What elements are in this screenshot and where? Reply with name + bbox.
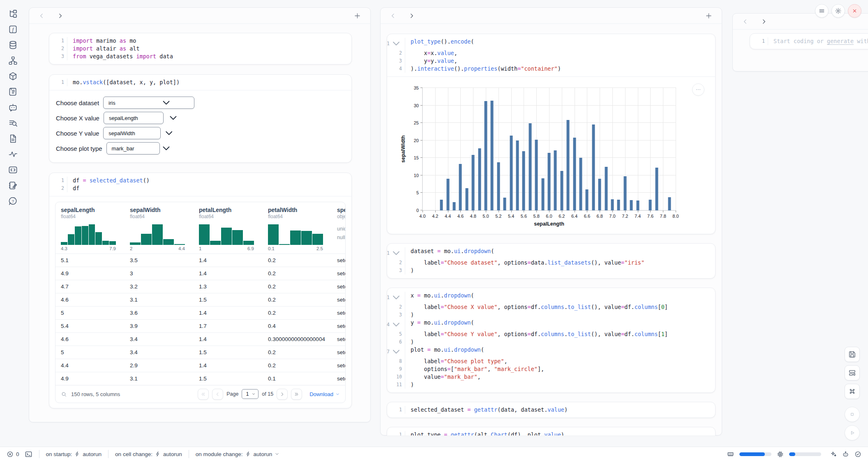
prev-page-button[interactable]	[212, 389, 223, 400]
run-all-button[interactable]	[845, 425, 860, 440]
next-page-button[interactable]	[277, 389, 288, 400]
document-sidebar-item[interactable]	[8, 134, 18, 143]
ai-sparkles-button[interactable]	[830, 451, 837, 458]
dependency-graph-sidebar-item[interactable]	[8, 56, 18, 65]
snippets-sidebar-item[interactable]	[8, 165, 18, 175]
code-editor[interactable]: 1plot_type = getattr(alt.Chart(df), plot…	[387, 427, 715, 436]
chat-sidebar-item[interactable]	[8, 103, 18, 112]
run-config-3[interactable]: on module change:autorun	[196, 451, 280, 457]
column-collapse-left-button[interactable]	[742, 18, 749, 25]
stop-button[interactable]	[845, 407, 860, 422]
generate-link[interactable]: generate	[827, 38, 854, 44]
choose-dataset-select[interactable]: iris	[103, 97, 194, 109]
histogram-bar	[232, 230, 243, 245]
histogram-bar	[82, 226, 88, 245]
connection-status-button[interactable]	[854, 451, 861, 458]
error-count-badge[interactable]: 0	[7, 451, 19, 458]
code-line: import altair as alt	[73, 45, 140, 53]
help-icon: ?	[8, 196, 18, 206]
table-cell: 4.9	[55, 376, 125, 382]
chart-actions-button[interactable]	[692, 83, 704, 96]
histogram-bar	[268, 224, 279, 245]
scratchpad-sidebar-item[interactable]	[8, 118, 18, 128]
line-number: 5	[390, 330, 405, 338]
function-sidebar-item[interactable]: f	[8, 25, 18, 34]
chart-bar	[598, 179, 601, 210]
help-sidebar-item[interactable]: ?	[8, 196, 18, 206]
code-line: df	[73, 184, 79, 192]
table-cell: 5	[55, 349, 125, 355]
y-tick-label: 15	[414, 155, 419, 160]
code-editor[interactable]: 1selected_dataset = getattr(data, datase…	[387, 402, 715, 417]
tick-x	[600, 210, 600, 212]
code-editor[interactable]: 1dataset = mo.ui.dropdown(2 label="Choos…	[387, 244, 715, 278]
tick-x	[499, 210, 499, 212]
tracing-sidebar-item[interactable]	[8, 150, 18, 159]
chart-bar	[516, 141, 519, 210]
chart-bar	[485, 101, 487, 210]
code-editor[interactable]: 1import marimo as mo2import altair as al…	[49, 33, 351, 64]
line-number: 8	[390, 357, 405, 365]
histogram-bar	[290, 230, 301, 245]
assistant-robot-button[interactable]	[842, 451, 849, 458]
add-cell-button[interactable]	[353, 12, 361, 20]
range-max: 6.9	[247, 246, 254, 251]
database-sidebar-item[interactable]	[8, 40, 18, 50]
dots-icon	[695, 86, 702, 93]
run-config-1[interactable]: on startup:autorun	[46, 451, 102, 457]
table-cell: 0.1	[263, 376, 332, 382]
code-editor[interactable]: 1plot_type().encode(2 x=x.value,3 y=y.va…	[387, 34, 715, 76]
code-editor[interactable]: 1df = selected_dataset()2df	[49, 173, 351, 196]
column-collapse-right-button[interactable]	[57, 12, 64, 19]
line-number: 2	[390, 303, 405, 311]
code-editor[interactable]: 1mo.vstack([dataset, x, y, plot])	[49, 75, 351, 90]
range-max: 4.4	[178, 246, 185, 251]
table-cell: 0.2	[263, 349, 332, 355]
table-cell: 3.9	[125, 323, 194, 329]
choose-x-value-select[interactable]: sepalLength	[104, 112, 164, 124]
command-palette-button[interactable]	[845, 384, 860, 399]
settings-button[interactable]	[831, 4, 845, 18]
select-value: sepalWidth	[108, 130, 135, 136]
download-link[interactable]: Download	[309, 391, 340, 397]
save-button[interactable]	[845, 347, 860, 362]
run-config-2[interactable]: on cell change:autorun	[115, 451, 182, 457]
run-config-items: on startup:autorunon cell change:autorun…	[46, 450, 280, 458]
search-icon-wrap[interactable]	[61, 391, 67, 397]
bolt-icon	[245, 451, 251, 457]
x-tick-label: 4.0	[419, 214, 425, 219]
page-select[interactable]: 1	[242, 389, 259, 399]
table-cell: 1.7	[194, 323, 263, 329]
chart-bar	[649, 200, 652, 210]
last-page-button[interactable]	[291, 389, 302, 400]
table-row: 5.13.51.40.2setosa	[55, 254, 345, 267]
chart-bar	[554, 150, 557, 210]
code-editor[interactable]: 1x = mo.ui.dropdown(2 label="Choose X va…	[387, 288, 715, 392]
table-cell: 5	[55, 310, 125, 316]
x-tick-label: 6.0	[546, 214, 552, 219]
plot-cell-cell: 1plot_type().encode(2 x=x.value,3 y=y.va…	[387, 34, 716, 234]
shutdown-button[interactable]	[848, 4, 861, 18]
chart-plot-area: 051015202530354.04.24.44.64.85.05.25.45.…	[422, 88, 676, 211]
notebook-sidebar-item[interactable]	[8, 181, 18, 190]
column-collapse-right-button[interactable]	[408, 12, 415, 19]
x-tick-label: 6.8	[597, 214, 603, 219]
package-sidebar-item[interactable]	[8, 71, 18, 81]
first-page-button[interactable]	[198, 389, 209, 400]
add-cell-button[interactable]	[705, 12, 713, 20]
table-cell: 5.4	[55, 323, 125, 329]
file-tree-sidebar-item[interactable]	[8, 9, 18, 18]
code-editor[interactable]: 1 Start coding or generate with	[750, 34, 868, 49]
terminal-button[interactable]	[25, 450, 32, 458]
app-view-button[interactable]	[845, 365, 860, 380]
layout-icon	[848, 369, 856, 377]
menu-button[interactable]	[815, 4, 829, 18]
choose-y-value-select[interactable]: sepalWidth	[103, 127, 160, 139]
column-collapse-left-button[interactable]	[390, 12, 397, 19]
menu-icon	[818, 7, 825, 14]
caret-down-icon	[275, 452, 279, 456]
logs-scroll-sidebar-item[interactable]	[8, 87, 18, 97]
column-collapse-left-button[interactable]	[38, 12, 45, 19]
column-collapse-right-button[interactable]	[760, 18, 767, 25]
choose-plot-type-select[interactable]: mark_bar	[106, 142, 160, 154]
